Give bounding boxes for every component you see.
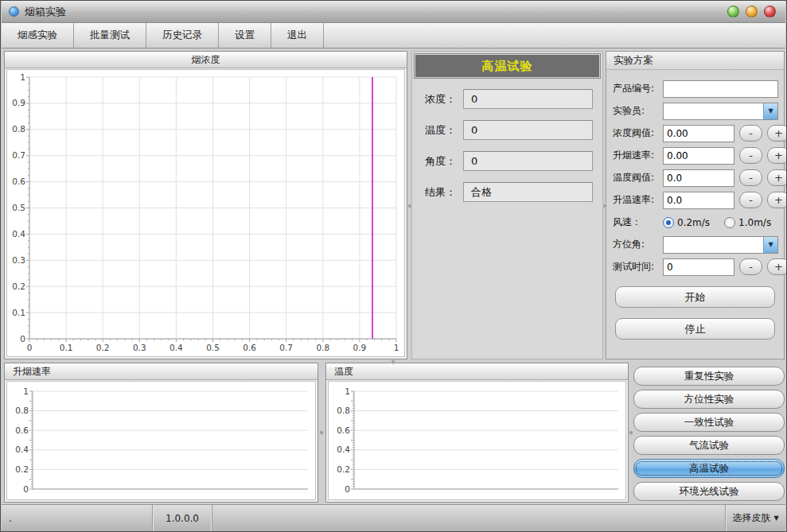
temperature-row: 温度： 0 — [425, 120, 593, 140]
wind-speed-radio-10[interactable]: 1.0m/s — [724, 217, 771, 228]
orientation-test-button[interactable]: 方位性实验 — [633, 390, 785, 409]
svg-text:0.8: 0.8 — [316, 343, 329, 352]
tester-select[interactable]: ▼ — [663, 103, 778, 120]
current-test-title: 高温试验 — [415, 54, 600, 78]
result-row: 结果： 合格 — [425, 182, 593, 202]
splitter-handle[interactable] — [408, 204, 411, 208]
svg-text:0.3: 0.3 — [12, 255, 25, 265]
start-button[interactable]: 开始 — [615, 286, 775, 308]
rise-rate-chart: 10.80.60.40.20 — [6, 381, 316, 500]
svg-text:0.4: 0.4 — [12, 229, 25, 239]
skin-selector-button[interactable]: 选择皮肤 ▼ — [725, 505, 785, 531]
high-temp-test-button[interactable]: 高温试验 — [633, 459, 785, 478]
temp-rise-rate-minus-button[interactable]: - — [739, 192, 762, 208]
menu-item-settings[interactable]: 设置 — [219, 23, 271, 48]
menu-item-batch-test[interactable]: 批量测试 — [74, 23, 146, 48]
repeatability-test-button[interactable]: 重复性实验 — [633, 367, 785, 386]
maximize-button[interactable] — [746, 6, 758, 17]
svg-text:1: 1 — [345, 386, 350, 396]
temp-rise-rate-plus-button[interactable]: + — [767, 192, 787, 208]
svg-text:0.7: 0.7 — [12, 150, 25, 160]
azimuth-select[interactable]: ▼ — [663, 236, 778, 254]
angle-value: 0 — [463, 151, 593, 171]
svg-text:0.2: 0.2 — [337, 464, 350, 474]
ambient-light-test-button[interactable]: 环境光线试验 — [633, 482, 785, 501]
test-time-input[interactable] — [663, 258, 734, 276]
smoke-rise-rate-input[interactable] — [663, 147, 734, 165]
close-button[interactable] — [764, 6, 776, 17]
temp-rise-rate-input[interactable] — [663, 192, 734, 209]
temperature-value: 0 — [463, 120, 593, 140]
temperature-chart: 10.80.60.40.20 — [328, 381, 626, 500]
smoke-rise-rate-row: 升烟速率: - + — [613, 146, 778, 165]
concentration-threshold-minus-button[interactable]: - — [739, 125, 762, 142]
menu-item-smoke-test[interactable]: 烟感实验 — [2, 23, 74, 48]
rise-rate-title: 升烟速率 — [5, 363, 318, 380]
wind-speed-10-label: 1.0m/s — [738, 217, 771, 228]
svg-text:0: 0 — [27, 343, 33, 352]
radio-unselected-icon[interactable] — [724, 217, 735, 228]
svg-text:0.9: 0.9 — [12, 98, 25, 107]
svg-text:0.2: 0.2 — [96, 343, 110, 352]
menu-bar: 烟感实验 批量测试 历史记录 设置 退出 — [2, 23, 785, 49]
test-time-minus-button[interactable]: - — [739, 258, 762, 275]
result-label: 结果： — [425, 185, 463, 200]
angle-row: 角度： 0 — [425, 151, 593, 171]
airflow-test-button[interactable]: 气流试验 — [633, 436, 785, 455]
smoke-concentration-title: 烟浓度 — [5, 52, 407, 68]
experiment-plan-title: 实验方案 — [606, 52, 784, 70]
test-mode-buttons: 重复性实验 方位性实验 一致性试验 气流试验 高温试验 环境光线试验 — [633, 363, 785, 503]
test-time-plus-button[interactable]: + — [767, 258, 787, 275]
smoke-concentration-panel: 烟浓度 10.90.80.70.60.50.40.30.20.1000.10.2… — [4, 51, 407, 359]
radio-selected-icon[interactable] — [663, 217, 674, 228]
menu-item-exit[interactable]: 退出 — [271, 23, 324, 48]
wind-speed-radio-02[interactable]: 0.2m/s — [663, 217, 710, 228]
consistency-test-button[interactable]: 一致性试验 — [633, 413, 785, 432]
svg-text:0.6: 0.6 — [12, 177, 25, 186]
splitter-handle[interactable] — [392, 360, 395, 363]
concentration-threshold-plus-button[interactable]: + — [767, 125, 787, 142]
concentration-threshold-input[interactable] — [663, 125, 734, 142]
splitter-handle[interactable] — [320, 431, 323, 434]
product-no-input[interactable] — [663, 80, 778, 98]
temperature-label: 温度： — [425, 123, 463, 138]
current-test-panel: 高温试验 浓度： 0 温度： 0 角度： 0 结果： 合格 — [411, 51, 603, 359]
svg-text:0.1: 0.1 — [60, 343, 73, 352]
svg-text:0.2: 0.2 — [12, 282, 25, 291]
status-text: . — [2, 505, 152, 531]
svg-text:1: 1 — [23, 386, 29, 396]
azimuth-row: 方位角: ▼ — [613, 235, 778, 254]
svg-text:0.1: 0.1 — [12, 308, 25, 317]
minimize-button[interactable] — [727, 6, 739, 17]
smoke-rise-rate-plus-button[interactable]: + — [767, 147, 787, 164]
concentration-label: 浓度： — [425, 92, 463, 107]
chevron-down-icon[interactable]: ▼ — [763, 103, 777, 119]
temperature-threshold-row: 温度阀值: - + — [613, 169, 778, 187]
skin-selector-label: 选择皮肤 — [732, 511, 770, 525]
svg-text:0.4: 0.4 — [169, 343, 183, 352]
window-controls — [727, 6, 785, 17]
temperature-threshold-minus-button[interactable]: - — [739, 169, 762, 186]
azimuth-label: 方位角: — [613, 238, 663, 251]
temperature-threshold-input[interactable] — [663, 169, 734, 187]
svg-text:0: 0 — [20, 334, 25, 344]
svg-text:0.7: 0.7 — [279, 343, 293, 352]
stop-button[interactable]: 停止 — [615, 318, 775, 340]
title-bar: 烟箱实验 — [2, 1, 785, 23]
concentration-threshold-label: 浓度阀值: — [613, 126, 663, 140]
product-no-label: 产品编号: — [613, 82, 663, 95]
rise-rate-panel: 升烟速率 10.80.60.40.20 — [4, 363, 318, 503]
chevron-down-icon[interactable]: ▼ — [763, 237, 777, 253]
splitter-handle[interactable] — [603, 204, 606, 208]
experiment-plan-panel: 实验方案 产品编号: 实验员: ▼ 浓度阀值: - + 升烟速率: - + 温度… — [606, 51, 785, 359]
svg-text:0.8: 0.8 — [337, 406, 350, 415]
svg-text:0.6: 0.6 — [243, 343, 256, 352]
temperature-threshold-plus-button[interactable]: + — [767, 169, 787, 186]
svg-text:1: 1 — [20, 72, 25, 82]
menu-item-history[interactable]: 历史记录 — [146, 23, 219, 48]
temperature-threshold-label: 温度阀值: — [613, 171, 663, 184]
smoke-rise-rate-minus-button[interactable]: - — [739, 147, 762, 164]
svg-text:0: 0 — [345, 484, 350, 494]
test-time-row: 测试时间: - + — [613, 258, 778, 276]
splitter-handle[interactable] — [629, 431, 633, 434]
